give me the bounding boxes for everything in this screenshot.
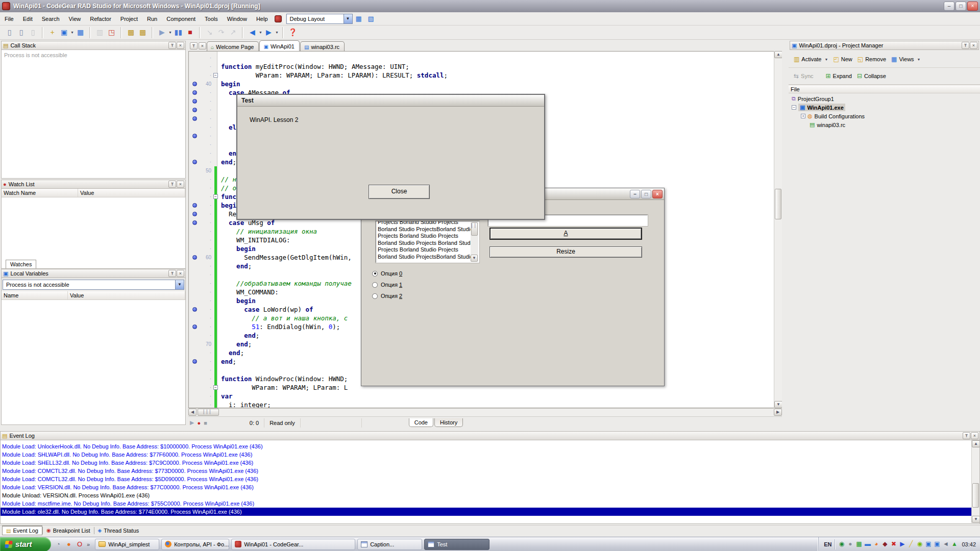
breakpoint-margin[interactable] xyxy=(189,296,200,305)
event-log-scrollbar[interactable]: ▲ ▼ xyxy=(971,440,979,523)
minimize-button[interactable]: – xyxy=(630,190,640,198)
local-variables-frame-combo[interactable]: Process is not accessible ▼ xyxy=(3,280,184,290)
pin-icon[interactable]: Ŧ xyxy=(190,42,198,49)
compile-icon[interactable]: ▩ xyxy=(125,27,137,38)
resize-button[interactable]: Resize xyxy=(489,246,642,258)
breakpoint-margin[interactable] xyxy=(189,114,200,123)
editor-horizontal-scrollbar[interactable]: ◀ ▏▏▏ ▶ xyxy=(188,408,782,416)
scroll-down-icon[interactable]: ▼ xyxy=(972,516,980,523)
listbox-scroll-down-icon[interactable]: ▼ xyxy=(471,255,478,262)
close-icon[interactable]: × xyxy=(971,432,978,439)
close-icon[interactable]: × xyxy=(177,270,184,277)
breakpoint-margin[interactable] xyxy=(189,192,200,201)
breakpoint-margin[interactable] xyxy=(189,383,200,392)
file-column-header[interactable]: File xyxy=(789,85,980,93)
maximize-button[interactable]: □ xyxy=(955,2,966,11)
tray-error-icon[interactable]: ✖ xyxy=(889,540,898,548)
breakpoint-margin[interactable] xyxy=(189,262,200,270)
collapse-node-icon[interactable]: − xyxy=(792,105,796,110)
layout-combo-dropdown-icon[interactable]: ▼ xyxy=(344,14,352,23)
run-icon[interactable]: ▶ xyxy=(156,27,168,38)
tray-sphere-icon[interactable]: ● xyxy=(846,540,854,548)
pin-icon[interactable]: Ŧ xyxy=(168,181,176,188)
pin-icon[interactable]: Ŧ xyxy=(962,42,969,49)
breakpoint-margin[interactable] xyxy=(189,218,200,227)
radio-option-2[interactable]: Опция 2 xyxy=(372,292,402,299)
dock-tab-breakpoint-list[interactable]: ◉Breakpoint List xyxy=(43,525,94,535)
event-log-row[interactable]: Module Load: msctfime.ime. No Debug Info… xyxy=(1,499,979,508)
expand-node-icon[interactable]: + xyxy=(801,114,805,118)
listbox-item[interactable]: Borland Studio ProjectsBorland Studio xyxy=(376,254,471,261)
tree-item-winapi01-exe[interactable]: − ▣ WinApi01.exe xyxy=(789,103,980,112)
new-items-icon[interactable]: + xyxy=(46,27,58,38)
tray-volume-icon[interactable]: ◄ xyxy=(941,540,950,548)
trace-into-icon[interactable]: ↘ xyxy=(204,27,215,38)
listbox-scroll-thumb[interactable]: ▏▏ xyxy=(471,222,478,236)
menu-search[interactable]: Search xyxy=(37,14,64,24)
ql-firefox-icon[interactable]: ● xyxy=(64,540,74,549)
breakpoint-margin[interactable] xyxy=(189,400,200,408)
event-log-scroll-thumb[interactable] xyxy=(972,483,979,508)
event-log-row[interactable]: Module Load: SHELL32.dll. No Debug Info.… xyxy=(1,459,979,467)
maximize-button[interactable]: □ xyxy=(641,190,651,198)
sync-button[interactable]: ⇆ Sync xyxy=(791,71,816,81)
local-variables-header[interactable]: ▣ Local Variables Ŧ × xyxy=(1,269,186,278)
event-log-row[interactable]: Module Load: ole32.dll. No Debug Info. B… xyxy=(1,508,979,516)
remove-button[interactable]: ◱ Remove xyxy=(855,54,889,64)
tray-ccb-icon[interactable]: ▬ xyxy=(863,540,872,548)
pin-icon[interactable]: Ŧ xyxy=(168,270,176,277)
task-button-winapi01-codegear[interactable]: WinApi01 - CodeGear... xyxy=(231,539,355,550)
a-button[interactable]: A xyxy=(489,228,642,240)
event-log-row[interactable]: Module Load: COMCTL32.dll. No Debug Info… xyxy=(1,475,979,483)
close-icon[interactable]: × xyxy=(177,181,184,188)
tray-network2-icon[interactable]: ▣ xyxy=(933,540,941,548)
breakpoint-margin[interactable] xyxy=(189,331,200,340)
open-file-icon[interactable]: ▣ xyxy=(58,27,70,38)
project-manager-header[interactable]: ▣ WinApi01.dproj - Project Manager Ŧ × xyxy=(790,41,979,50)
menu-edit[interactable]: Edit xyxy=(18,14,37,24)
horizontal-scroll-thumb[interactable]: ▏▏▏ xyxy=(198,409,219,416)
listbox-scrollbar[interactable]: ▏▏ ▼ xyxy=(471,222,478,262)
test-dialog-titlebar[interactable]: Test xyxy=(237,95,544,107)
tree-item-projectgroup[interactable]: ⧉ ProjectGroup1 xyxy=(789,94,980,103)
tray-shield-icon[interactable]: ◆ xyxy=(880,540,889,548)
close-icon[interactable]: × xyxy=(177,42,184,49)
watches-tab[interactable]: Watches xyxy=(6,260,36,268)
frame-combo-dropdown-icon[interactable]: ▼ xyxy=(175,280,184,289)
scroll-up-icon[interactable]: ▲ xyxy=(774,51,782,58)
open-project-icon[interactable]: ◳ xyxy=(106,27,117,38)
breakpoint-margin[interactable] xyxy=(189,244,200,253)
pause-icon[interactable]: ▮▮ xyxy=(173,27,184,38)
scroll-up-icon[interactable]: ▲ xyxy=(972,440,980,447)
tree-item-winapi03-rc[interactable]: ▤ winapi03.rc xyxy=(789,120,980,129)
breakpoint-margin[interactable] xyxy=(189,288,200,296)
new-unit-icon[interactable]: ▯ xyxy=(4,27,15,38)
breakpoint-margin[interactable] xyxy=(189,71,200,80)
menu-refactor[interactable]: Refactor xyxy=(85,14,116,24)
breakpoint-margin[interactable] xyxy=(189,392,200,400)
tray-update-icon[interactable]: ▲ xyxy=(950,540,959,548)
breakpoint-margin[interactable] xyxy=(189,366,200,374)
breakpoint-margin[interactable] xyxy=(189,305,200,314)
pin-icon[interactable]: Ŧ xyxy=(963,432,970,439)
menu-window[interactable]: Window xyxy=(223,14,252,24)
start-button[interactable]: start xyxy=(0,537,51,551)
listbox-item[interactable]: Projects Borland Studio Projects xyxy=(376,221,471,226)
breakpoint-margin[interactable] xyxy=(189,210,200,218)
event-log-row[interactable]: Module Load: UnlockerHook.dll. No Debug … xyxy=(1,442,979,450)
breakpoint-margin[interactable] xyxy=(189,348,200,357)
code-fold-icon[interactable]: − xyxy=(213,73,218,78)
help-icon[interactable]: ❓ xyxy=(287,27,299,38)
breakpoint-margin[interactable] xyxy=(189,54,200,62)
listbox-item[interactable]: Projects Borland Studio Projects xyxy=(376,246,471,254)
watch-value-column-header[interactable]: Value xyxy=(78,189,185,197)
save-all-icon[interactable]: ▥ xyxy=(94,27,106,38)
tray-eye-icon[interactable]: ◉ xyxy=(837,540,846,548)
build-icon[interactable]: ▩ xyxy=(137,27,149,38)
breakpoint-margin[interactable] xyxy=(189,132,200,140)
breakpoint-margin[interactable] xyxy=(189,158,200,166)
radio-option-0[interactable]: Опция 0 xyxy=(372,270,402,277)
event-log-row[interactable]: Module Unload: VERSION.dll. Process WinA… xyxy=(1,491,979,499)
tray-nvidia-icon[interactable]: ◉ xyxy=(915,540,924,548)
value-column-header[interactable]: Value xyxy=(68,291,185,299)
